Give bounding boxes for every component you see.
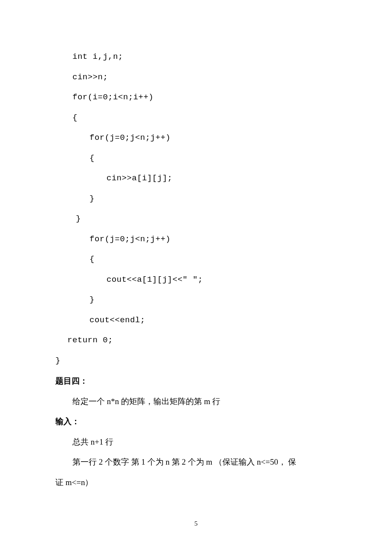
code-line: } bbox=[55, 290, 337, 310]
code-line: for(j=0;j<n;j++) bbox=[55, 229, 337, 250]
code-line: return 0; bbox=[55, 330, 337, 351]
code-line: } bbox=[55, 351, 337, 371]
code-line: } bbox=[55, 189, 337, 209]
code-line: for(j=0;j<n;j++) bbox=[55, 128, 337, 148]
input-line1: 总共 n+1 行 bbox=[55, 432, 337, 452]
code-line: { bbox=[55, 249, 337, 270]
code-line: cin>>a[i][j]; bbox=[55, 168, 337, 189]
code-line: int i,j,n; bbox=[55, 47, 337, 67]
code-line: for(i=0;i<n;i++) bbox=[55, 87, 337, 108]
code-line: { bbox=[55, 108, 337, 128]
input-line2-cont: 证 m<=n） bbox=[55, 472, 337, 493]
input-line2: 第一行 2 个数字 第 1 个为 n 第 2 个为 m （保证输入 n<=50，… bbox=[55, 452, 337, 472]
code-line: } bbox=[55, 209, 337, 229]
code-line: cout<<a[1][j]<<" "; bbox=[55, 270, 337, 290]
section-title-4: 题目四： bbox=[55, 371, 337, 391]
code-line: { bbox=[55, 148, 337, 169]
section4-description: 给定一个 n*n 的矩阵，输出矩阵的第 m 行 bbox=[55, 391, 337, 412]
code-line: cin>>n; bbox=[55, 67, 337, 88]
code-line: cout<<endl; bbox=[55, 310, 337, 331]
input-title: 输入： bbox=[55, 411, 337, 432]
page-number: 5 bbox=[0, 520, 392, 527]
